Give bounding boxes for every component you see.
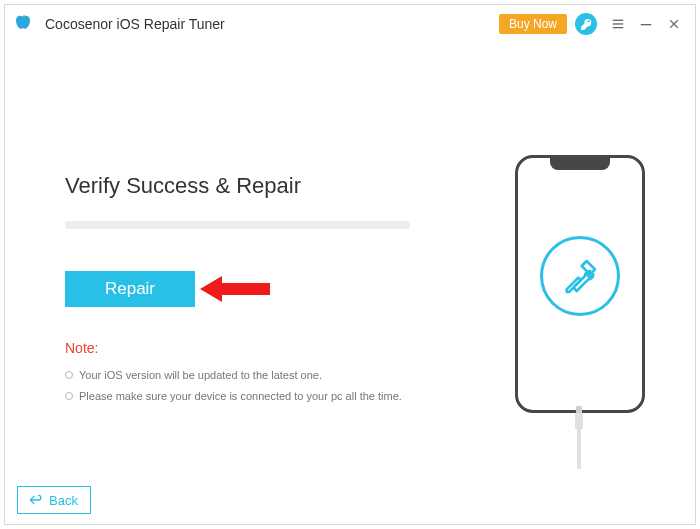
close-icon	[668, 18, 680, 30]
app-logo-icon	[13, 12, 37, 36]
minimize-icon	[639, 17, 653, 31]
svg-rect-1	[613, 23, 624, 24]
page-heading: Verify Success & Repair	[65, 173, 301, 199]
back-button[interactable]: Back	[17, 486, 91, 514]
arrow-annotation-icon	[200, 276, 270, 302]
buy-now-button[interactable]: Buy Now	[499, 14, 567, 34]
menu-icon	[611, 17, 625, 31]
note-item: Your iOS version will be updated to the …	[65, 365, 402, 386]
cable-icon	[575, 413, 583, 429]
note-list: Your iOS version will be updated to the …	[65, 365, 402, 407]
register-key-button[interactable]	[575, 13, 597, 35]
svg-marker-4	[200, 276, 270, 302]
repair-button[interactable]: Repair	[65, 271, 195, 307]
svg-rect-3	[641, 24, 652, 25]
minimize-button[interactable]	[635, 13, 657, 35]
note-item: Please make sure your device is connecte…	[65, 386, 402, 407]
title-bar: Cocosenor iOS Repair Tuner Buy Now	[5, 5, 695, 43]
key-icon	[580, 18, 593, 31]
app-title: Cocosenor iOS Repair Tuner	[45, 16, 225, 32]
back-label: Back	[49, 493, 78, 508]
tools-circle-icon	[540, 236, 620, 316]
screwdriver-wrench-icon	[560, 256, 600, 296]
close-button[interactable]	[663, 13, 685, 35]
back-arrow-icon	[26, 493, 44, 507]
svg-rect-0	[613, 20, 624, 21]
bullet-icon	[65, 392, 73, 400]
phone-notch-icon	[550, 158, 610, 170]
content-area: Verify Success & Repair Repair Note: You…	[5, 43, 695, 524]
progress-bar	[65, 221, 410, 229]
bullet-icon	[65, 371, 73, 379]
note-label: Note:	[65, 340, 98, 356]
note-text: Your iOS version will be updated to the …	[79, 369, 322, 381]
note-text: Please make sure your device is connecte…	[79, 390, 402, 402]
phone-illustration	[515, 155, 645, 413]
app-window: Cocosenor iOS Repair Tuner Buy Now Verif…	[4, 4, 696, 525]
menu-button[interactable]	[607, 13, 629, 35]
svg-rect-2	[613, 27, 624, 28]
